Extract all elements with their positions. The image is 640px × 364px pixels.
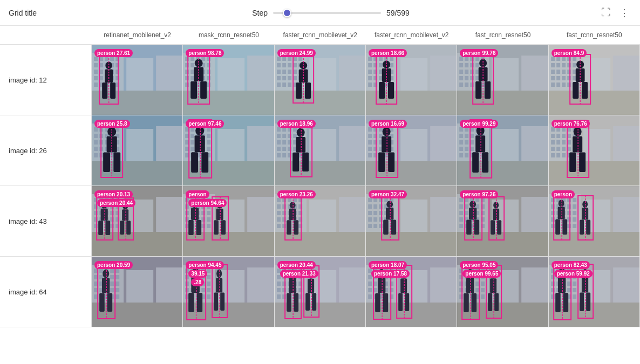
svg-rect-206 bbox=[573, 63, 576, 67]
svg-rect-364 bbox=[521, 126, 548, 161]
svg-rect-82 bbox=[282, 57, 286, 61]
svg-rect-261 bbox=[185, 153, 189, 157]
menu-button[interactable]: ⋮ bbox=[617, 5, 631, 21]
svg-rect-289 bbox=[275, 161, 365, 186]
svg-rect-403 bbox=[551, 140, 555, 145]
svg-rect-737 bbox=[207, 294, 210, 299]
svg-rect-87 bbox=[288, 57, 291, 61]
svg-rect-78 bbox=[277, 63, 281, 67]
svg-rect-140 bbox=[379, 82, 385, 99]
svg-rect-625 bbox=[493, 209, 499, 221]
svg-rect-283 bbox=[195, 135, 205, 152]
svg-rect-562 bbox=[373, 198, 377, 202]
svg-rect-469 bbox=[122, 209, 128, 221]
svg-rect-327 bbox=[400, 129, 427, 161]
svg-rect-525 bbox=[277, 224, 281, 228]
svg-rect-560 bbox=[368, 217, 372, 222]
svg-rect-15 bbox=[105, 57, 108, 61]
svg-rect-40 bbox=[247, 56, 274, 91]
svg-rect-392 bbox=[472, 152, 479, 173]
svg-rect-693 bbox=[110, 275, 114, 279]
svg-rect-405 bbox=[551, 153, 555, 157]
svg-rect-292 bbox=[339, 126, 365, 161]
svg-rect-280 bbox=[207, 147, 210, 151]
grid-cell: person 97.46 bbox=[183, 115, 274, 186]
svg-point-582 bbox=[386, 201, 393, 208]
detection-label: person 76.76 bbox=[552, 120, 590, 128]
svg-rect-291 bbox=[309, 129, 336, 161]
svg-rect-734 bbox=[207, 275, 210, 279]
svg-point-30 bbox=[105, 61, 112, 69]
svg-rect-436 bbox=[156, 197, 182, 232]
svg-rect-93 bbox=[293, 63, 297, 67]
svg-rect-366 bbox=[459, 134, 463, 138]
svg-rect-565 bbox=[373, 217, 377, 222]
svg-rect-97 bbox=[298, 57, 302, 61]
svg-rect-91 bbox=[288, 83, 291, 87]
grid-cell: person 20.59 bbox=[92, 257, 183, 327]
svg-rect-32 bbox=[102, 83, 107, 99]
svg-rect-700 bbox=[115, 288, 119, 292]
svg-rect-871 bbox=[490, 278, 496, 293]
svg-rect-866 bbox=[464, 293, 469, 312]
grid-cell: person 95.05person 99.65 bbox=[457, 257, 548, 327]
svg-rect-788 bbox=[305, 293, 310, 311]
svg-rect-371 bbox=[465, 134, 468, 138]
svg-rect-589 bbox=[457, 232, 548, 256]
cell-image: person 84.9 bbox=[549, 45, 639, 115]
step-slider[interactable] bbox=[273, 12, 381, 14]
svg-point-624 bbox=[493, 202, 499, 208]
svg-rect-105 bbox=[305, 83, 311, 99]
step-control: Step 59/599 bbox=[63, 9, 599, 17]
fullscreen-button[interactable]: ⛶ bbox=[599, 5, 613, 20]
svg-rect-189 bbox=[551, 83, 555, 87]
svg-rect-48 bbox=[190, 70, 194, 74]
svg-rect-46 bbox=[190, 57, 194, 61]
svg-rect-399 bbox=[583, 129, 610, 161]
step-label: Step bbox=[252, 9, 268, 17]
detection-label: .28 bbox=[191, 278, 204, 286]
svg-rect-512 bbox=[214, 220, 219, 235]
detection-label: person 82.43 bbox=[552, 261, 590, 269]
detection-label: person 18.66 bbox=[369, 49, 407, 57]
svg-rect-585 bbox=[391, 219, 397, 235]
detection-label: person bbox=[186, 190, 209, 198]
svg-rect-598 bbox=[465, 198, 468, 202]
svg-rect-220 bbox=[156, 126, 182, 161]
svg-rect-149 bbox=[459, 57, 463, 61]
svg-rect-199 bbox=[562, 83, 566, 87]
svg-rect-600 bbox=[465, 211, 468, 215]
svg-rect-564 bbox=[373, 211, 377, 215]
detection-label: person 94.64 bbox=[188, 199, 227, 207]
svg-rect-365 bbox=[459, 127, 463, 132]
svg-rect-56 bbox=[201, 57, 205, 61]
svg-rect-412 bbox=[562, 134, 566, 138]
cell-image: person 76.76 bbox=[549, 115, 639, 186]
svg-rect-400 bbox=[613, 126, 639, 161]
svg-rect-249 bbox=[113, 152, 120, 172]
svg-rect-190 bbox=[556, 57, 560, 61]
cell-image: person 95.05person 99.65 bbox=[457, 257, 548, 327]
svg-rect-675 bbox=[126, 270, 153, 303]
svg-rect-124 bbox=[379, 63, 383, 67]
svg-rect-464 bbox=[98, 221, 103, 235]
svg-rect-673 bbox=[92, 303, 182, 327]
svg-rect-682 bbox=[99, 269, 103, 273]
svg-rect-297 bbox=[277, 153, 281, 157]
cell-image: person 98.78 bbox=[183, 45, 274, 115]
svg-rect-319 bbox=[296, 137, 305, 153]
svg-rect-783 bbox=[294, 293, 298, 312]
svg-rect-81 bbox=[277, 83, 281, 87]
cell-image: person 99.76 bbox=[457, 45, 548, 115]
svg-rect-572 bbox=[384, 198, 388, 202]
svg-rect-757 bbox=[277, 281, 281, 286]
svg-rect-433 bbox=[92, 232, 182, 256]
svg-rect-185 bbox=[551, 57, 555, 61]
svg-rect-194 bbox=[556, 83, 560, 87]
cell-image: person 99.29 bbox=[457, 115, 548, 186]
svg-rect-703 bbox=[102, 278, 110, 293]
col-header-4: fast_rcnn_resnet50 bbox=[457, 29, 548, 41]
svg-rect-221 bbox=[94, 127, 98, 132]
svg-rect-348 bbox=[384, 153, 388, 157]
svg-rect-599 bbox=[465, 204, 468, 209]
